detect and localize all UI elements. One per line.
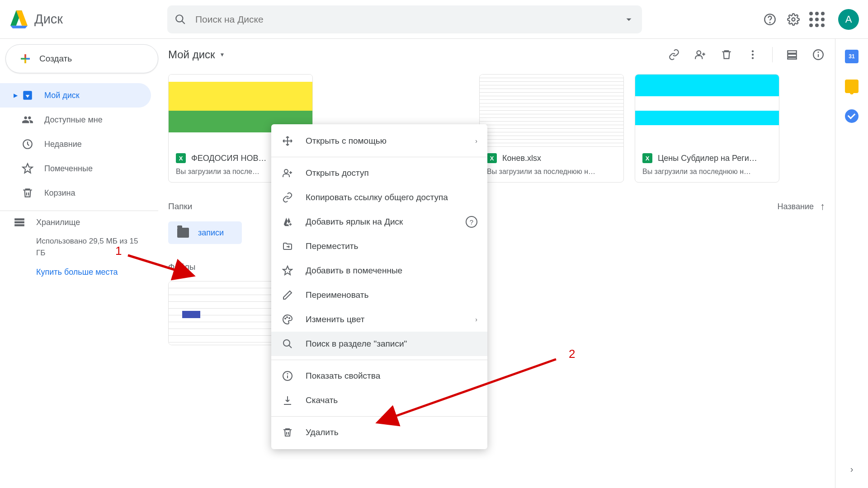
app-title: Диск: [34, 12, 63, 27]
context-menu: Открыть с помощью › Открыть доступ Копир…: [271, 124, 487, 449]
info-icon: [281, 370, 294, 382]
ctx-label: Поиск в разделе "записи": [306, 339, 477, 349]
sidebar-item-trash[interactable]: Корзина: [0, 181, 151, 205]
svg-point-15: [818, 52, 818, 52]
ctx-move[interactable]: Переместить: [271, 234, 487, 258]
move-arrows-icon: [281, 135, 294, 147]
svg-line-22: [289, 345, 292, 348]
section-title: Файлы: [168, 262, 195, 272]
palette-icon: [281, 313, 294, 326]
file-name: Цены Субдилер на Реги…: [658, 154, 757, 163]
ctx-change-color[interactable]: Изменить цвет ›: [271, 307, 487, 332]
files-section-header: Файлы: [168, 262, 825, 272]
breadcrumb[interactable]: Мой диск ▼: [168, 48, 225, 61]
people-icon: [22, 114, 33, 126]
sidebar-item-starred[interactable]: Помеченные: [0, 156, 151, 181]
suggested-files-row: XФЕОДОСИЯ НОВ… Вы загрузили за после… XК…: [168, 74, 825, 183]
ctx-search-in-folder[interactable]: Поиск в разделе "записи": [271, 332, 487, 356]
ctx-label: Открыть с помощью: [306, 136, 475, 146]
more-icon[interactable]: [746, 48, 760, 61]
sort-button[interactable]: Название ↑: [778, 201, 825, 212]
ctx-open-with[interactable]: Открыть с помощью ›: [271, 129, 487, 153]
search-input[interactable]: [195, 14, 623, 25]
search-wrap: [167, 5, 642, 33]
ctx-details[interactable]: Показать свойства: [271, 364, 487, 388]
ctx-share[interactable]: Открыть доступ: [271, 161, 487, 185]
calendar-app-icon[interactable]: 31: [845, 50, 859, 63]
sidebar-item-my-drive[interactable]: ▶ Мой диск: [0, 83, 151, 108]
nav-label: Корзина: [44, 188, 75, 198]
folder-move-icon: [281, 240, 294, 253]
ctx-download[interactable]: Скачать: [271, 388, 487, 413]
apps-icon[interactable]: [810, 13, 824, 26]
ctx-label: Добавить ярлык на Диск: [306, 217, 466, 227]
svg-rect-11: [788, 54, 797, 56]
file-card[interactable]: XЦены Субдилер на Реги… Вы загрузили за …: [635, 74, 779, 183]
ctx-rename[interactable]: Переименовать: [271, 283, 487, 307]
ctx-star[interactable]: Добавить в помеченные: [271, 258, 487, 283]
svg-point-18: [285, 318, 286, 319]
create-button[interactable]: Создать: [5, 44, 158, 73]
header-actions: A: [763, 9, 859, 30]
ctx-label: Удалить: [306, 427, 477, 437]
settings-icon[interactable]: [787, 13, 800, 26]
nav-label: Доступные мне: [44, 115, 103, 125]
sidebar-item-shared[interactable]: Доступные мне: [0, 108, 151, 132]
svg-point-4: [792, 18, 795, 21]
file-card[interactable]: XКонев.xlsx Вы загрузили за последнюю н…: [479, 74, 624, 183]
info-icon[interactable]: [811, 48, 825, 61]
keep-app-icon[interactable]: [845, 80, 859, 93]
download-icon: [281, 394, 294, 407]
ctx-label: Переименовать: [306, 290, 477, 300]
svg-point-19: [287, 317, 288, 318]
ctx-remove[interactable]: Удалить: [271, 420, 487, 445]
sidebar-item-storage[interactable]: Хранилище: [14, 216, 145, 228]
nav-label: Помеченные: [44, 164, 93, 174]
svg-point-6: [697, 51, 701, 55]
search-options-icon[interactable]: [623, 14, 635, 25]
drive-icon: [22, 89, 33, 101]
help-icon[interactable]: [763, 13, 777, 26]
svg-rect-12: [788, 58, 797, 59]
tasks-app-icon[interactable]: [845, 109, 859, 123]
arrow-up-icon: ↑: [820, 201, 825, 212]
svg-point-3: [769, 22, 770, 23]
list-view-icon[interactable]: [785, 48, 799, 61]
file-name: Конев.xlsx: [502, 154, 541, 163]
sidebar-item-recent[interactable]: Недавние: [0, 132, 151, 156]
trash-icon: [281, 426, 294, 439]
buy-storage-link[interactable]: Купить больше места: [36, 267, 145, 277]
share-icon[interactable]: [693, 48, 707, 61]
folder-name: записи: [198, 228, 224, 238]
drive-logo-icon: [9, 10, 29, 28]
ctx-label: Открыть доступ: [306, 168, 477, 178]
trash-icon: [22, 187, 33, 199]
ctx-label: Скачать: [306, 395, 477, 405]
storage-icon: [14, 216, 25, 228]
get-link-icon[interactable]: [667, 48, 681, 61]
logo-area[interactable]: Диск: [9, 10, 167, 28]
file-subtitle: Вы загрузили за последнюю н…: [642, 168, 772, 176]
clock-icon: [22, 138, 33, 150]
folder-item[interactable]: записи: [168, 221, 242, 244]
main-content: Мой диск ▼ XФЕОДОСИЯ НОВ… Вы загрузили з…: [158, 39, 835, 488]
nav-label: Недавние: [44, 140, 82, 149]
help-icon[interactable]: ?: [466, 216, 477, 228]
sidebar: Создать ▶ Мой диск Доступные мне Недавни…: [0, 39, 158, 488]
ctx-get-link[interactable]: Копировать ссылку общего доступа: [271, 185, 487, 210]
search-bar[interactable]: [167, 5, 642, 33]
divider: [772, 47, 773, 62]
star-icon: [281, 264, 294, 277]
file-subtitle: Вы загрузили за последнюю н…: [487, 168, 616, 176]
storage-usage-text: Использовано 29,5 МБ из 15 ГБ: [36, 235, 145, 258]
ctx-label: Показать свойства: [306, 371, 477, 381]
avatar[interactable]: A: [838, 9, 859, 30]
file-thumbnail: [635, 75, 779, 147]
side-panel-chevron-icon[interactable]: ›: [850, 464, 854, 474]
svg-rect-10: [788, 51, 797, 53]
file-name: ФЕОДОСИЯ НОВ…: [191, 154, 266, 163]
nav-label: Хранилище: [36, 218, 80, 227]
section-title: Папки: [168, 202, 192, 211]
ctx-add-shortcut[interactable]: Добавить ярлык на Диск ?: [271, 210, 487, 234]
delete-icon[interactable]: [720, 48, 733, 61]
